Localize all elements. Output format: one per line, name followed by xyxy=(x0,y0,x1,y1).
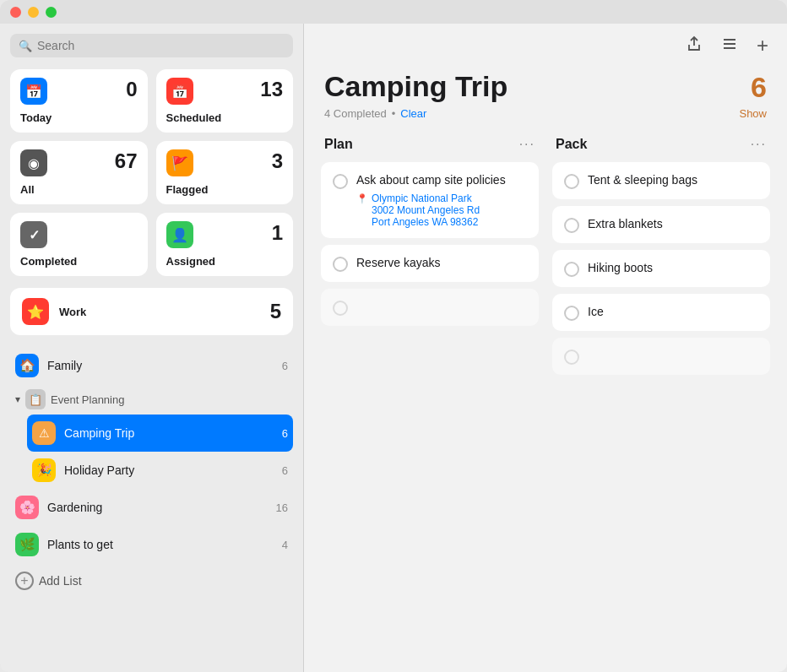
list-view-button[interactable] xyxy=(718,32,741,60)
lists-section: 🏠 Family 6 ▾ 📋 Event Planning ⚠ Camping … xyxy=(10,347,293,672)
assigned-label: Assigned xyxy=(166,255,284,268)
task-checkbox-empty-1[interactable] xyxy=(333,301,348,316)
smart-card-today[interactable]: 📅 0 Today xyxy=(10,69,148,133)
task-card-5[interactable]: Extra blankets xyxy=(552,206,770,243)
task-card-empty-1[interactable] xyxy=(321,289,539,326)
location-name-1: Olympic National Park xyxy=(372,192,480,204)
task-card-1[interactable]: Ask about camp site policies 📍 Olympic N… xyxy=(321,162,539,238)
detail-count: 6 xyxy=(751,71,767,104)
collapse-icon: ▾ xyxy=(15,393,20,405)
add-task-button[interactable]: + xyxy=(753,30,772,61)
task-text-1: Ask about camp site policies xyxy=(356,172,527,187)
smart-card-flagged[interactable]: 🚩 3 Flagged xyxy=(156,141,294,204)
scheduled-label: Scheduled xyxy=(166,111,284,124)
scheduled-count: 13 xyxy=(260,78,283,101)
sidebar: 🔍 📅 0 Today 📅 xyxy=(0,24,304,672)
today-label: Today xyxy=(20,111,138,124)
main-toolbar: + xyxy=(304,24,787,68)
task-card-2[interactable]: Reserve kayaks xyxy=(321,245,539,282)
work-label: Work xyxy=(59,306,260,318)
all-count: 67 xyxy=(115,149,138,173)
family-count: 6 xyxy=(282,360,288,372)
share-button[interactable] xyxy=(682,32,706,60)
task-text-5: Extra blankets xyxy=(588,216,758,231)
sidebar-item-family[interactable]: 🏠 Family 6 xyxy=(10,347,293,384)
smart-card-all[interactable]: ◉ 67 All xyxy=(10,141,148,204)
task-card-empty-2[interactable] xyxy=(552,338,770,375)
search-bar[interactable]: 🔍 xyxy=(10,34,293,57)
column-plan: Plan ··· Ask about camp site policies 📍 … xyxy=(321,132,539,665)
all-label: All xyxy=(20,183,138,196)
gardening-count: 16 xyxy=(276,501,288,514)
gardening-icon: 🌸 xyxy=(15,496,39,519)
group-event-planning[interactable]: ▾ 📋 Event Planning xyxy=(10,384,293,415)
work-count: 5 xyxy=(270,300,281,323)
task-checkbox-2[interactable] xyxy=(333,257,348,272)
task-card-6[interactable]: Hiking boots xyxy=(552,250,770,287)
task-checkbox-empty-2[interactable] xyxy=(564,350,579,365)
task-checkbox-6[interactable] xyxy=(564,262,579,277)
search-input[interactable] xyxy=(37,39,285,52)
task-checkbox-5[interactable] xyxy=(564,218,579,233)
maximize-button[interactable] xyxy=(46,7,57,18)
plants-to-get-count: 4 xyxy=(282,539,288,551)
holiday-party-count: 6 xyxy=(282,464,288,477)
task-card-4[interactable]: Tent & sleeping bags xyxy=(552,162,770,199)
holiday-party-label: Holiday Party xyxy=(64,463,274,477)
main-content: + Camping Trip 6 4 Completed • Clear Sho… xyxy=(304,24,787,672)
plan-title: Plan xyxy=(324,137,353,152)
plan-more-button[interactable]: ··· xyxy=(519,137,535,152)
sidebar-item-holiday-party[interactable]: 🎉 Holiday Party 6 xyxy=(27,452,293,489)
pack-column-header: Pack ··· xyxy=(552,132,770,157)
task-card-7[interactable]: Ice xyxy=(552,294,770,331)
plan-column-header: Plan ··· xyxy=(321,132,539,157)
camping-trip-count: 6 xyxy=(282,427,288,440)
columns-area: Plan ··· Ask about camp site policies 📍 … xyxy=(304,125,787,672)
pack-more-button[interactable]: ··· xyxy=(751,137,767,152)
sidebar-item-gardening[interactable]: 🌸 Gardening 16 xyxy=(10,489,293,526)
location-city-1: Port Angeles WA 98362 xyxy=(372,216,480,228)
completed-text: 4 Completed xyxy=(324,107,387,120)
event-planning-icon: 📋 xyxy=(25,389,46,409)
dot-separator: • xyxy=(392,107,396,120)
search-icon: 🔍 xyxy=(19,40,32,52)
location-pin-icon: 📍 xyxy=(356,193,368,204)
smart-card-scheduled[interactable]: 📅 13 Scheduled xyxy=(156,69,294,133)
flagged-icon: 🚩 xyxy=(166,149,193,176)
gardening-label: Gardening xyxy=(47,501,268,514)
task-text-2: Reserve kayaks xyxy=(356,255,527,270)
today-count: 0 xyxy=(126,78,137,101)
work-icon: ⭐ xyxy=(22,298,49,325)
title-bar xyxy=(0,0,787,24)
smart-card-work[interactable]: ⭐ Work 5 xyxy=(10,288,293,335)
add-list-icon: + xyxy=(15,572,34,590)
clear-button[interactable]: Clear xyxy=(400,107,426,120)
pack-title: Pack xyxy=(556,137,587,152)
smart-card-assigned[interactable]: 👤 1 Assigned xyxy=(156,213,294,276)
task-text-4: Tent & sleeping bags xyxy=(588,172,758,187)
all-icon: ◉ xyxy=(20,149,47,176)
task-checkbox-7[interactable] xyxy=(564,306,579,321)
column-pack: Pack ··· Tent & sleeping bags Extra blan… xyxy=(552,132,770,665)
show-button[interactable]: Show xyxy=(739,107,767,120)
minimize-button[interactable] xyxy=(28,7,39,18)
camping-trip-icon: ⚠ xyxy=(32,421,56,445)
scheduled-icon: 📅 xyxy=(166,78,193,105)
add-list-button[interactable]: + Add List xyxy=(10,563,293,602)
task-text-6: Hiking boots xyxy=(588,260,758,275)
task-text-7: Ice xyxy=(588,304,758,319)
task-checkbox-1[interactable] xyxy=(333,174,348,189)
task-location-1: 📍 Olympic National Park 3002 Mount Angel… xyxy=(356,192,527,228)
task-checkbox-4[interactable] xyxy=(564,174,579,189)
sidebar-item-plants-to-get[interactable]: 🌿 Plants to get 4 xyxy=(10,526,293,563)
plants-to-get-icon: 🌿 xyxy=(15,533,39,556)
sidebar-item-camping-trip[interactable]: ⚠ Camping Trip 6 xyxy=(27,415,293,452)
detail-header: Camping Trip 6 4 Completed • Clear Show xyxy=(304,68,787,125)
app-container: 🔍 📅 0 Today 📅 xyxy=(0,24,787,672)
assigned-count: 1 xyxy=(272,221,283,245)
close-button[interactable] xyxy=(10,7,21,18)
smart-card-completed[interactable]: ✓ Completed xyxy=(10,213,148,276)
completed-icon: ✓ xyxy=(20,221,47,248)
camping-trip-label: Camping Trip xyxy=(64,426,274,440)
flagged-label: Flagged xyxy=(166,183,284,196)
